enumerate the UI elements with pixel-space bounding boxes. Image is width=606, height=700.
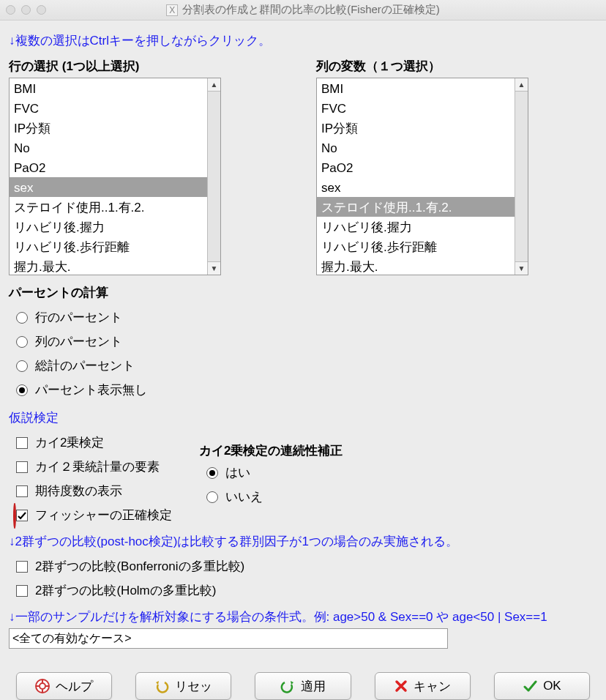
col-variable-list[interactable]: BMIFVCIP分類NoPaO2sexステロイド使用..1.有.2.リハビリ後.… [317,78,515,275]
radio-icon [16,312,28,324]
percent-heading: パーセントの計算 [9,284,597,301]
check-holm[interactable]: 2群ずつの比較(Holmの多重比較) [9,578,597,603]
check-chi2-stat[interactable]: カイ２乗統計量の要素 [9,455,199,479]
traffic-lights [6,5,57,15]
check-chi2-stat-label: カイ２乗統計量の要素 [35,458,160,475]
percent-option[interactable]: 行のパーセント [9,305,597,329]
list-item[interactable]: FVC [10,98,207,118]
list-item[interactable]: ステロイド使用..1.有.2. [10,197,207,217]
list-item[interactable]: IP分類 [317,118,515,138]
col-list-scrollbar[interactable]: ▲ ▼ [515,78,528,275]
list-item[interactable]: リハビリ後.歩行距離 [10,237,207,256]
check-bonferroni-label: 2群ずつの比較(Bonferroniの多重比較) [35,558,244,575]
percent-radiogroup: 行のパーセント列のパーセント総計のパーセントパーセント表示無し [9,305,597,402]
check-expected-label: 期待度数の表示 [35,483,122,499]
checkbox-icon [16,485,28,497]
cancel-button[interactable]: キャン [375,672,471,700]
x-icon [394,679,408,693]
radio-icon [206,467,218,479]
list-item[interactable]: リハビリ後.握力 [317,217,515,237]
radio-icon [16,360,28,372]
window-title: 分割表の作成と群間の比率の比較(Fisherの正確検定) [182,3,440,17]
check-chi2-label: カイ2乗検定 [35,434,104,451]
radio-icon [16,336,28,348]
check-bonferroni[interactable]: 2群ずつの比較(Bonferroniの多重比較) [9,554,597,578]
reset-button-label: リセッ [175,678,212,695]
continuity-no-label: いいえ [225,488,263,505]
apply-button[interactable]: 適用 [255,672,351,700]
percent-option[interactable]: 列のパーセント [9,329,597,354]
percent-option[interactable]: 総計のパーセント [9,354,597,378]
percent-option-label: パーセント表示無し [35,381,147,398]
check-fisher[interactable]: フィッシャーの正確検定 [9,503,199,527]
ok-button-label: OK [543,679,561,693]
radio-icon [16,384,28,396]
scroll-up-icon[interactable]: ▲ [208,78,220,92]
row-list-scrollbar[interactable]: ▲ ▼ [207,78,220,275]
hint-posthoc: ↓2群ずつの比較(post-hoc検定)は比較する群別因子が1つの場合のみ実施さ… [9,533,597,550]
check-fisher-label: フィッシャーの正確検定 [35,507,172,524]
hypothesis-heading: 仮説検定 [9,409,597,426]
scroll-down-icon[interactable]: ▼ [208,261,220,275]
reset-button[interactable]: リセッ [135,672,231,700]
continuity-yes[interactable]: はい [199,461,343,485]
continuity-yes-label: はい [225,464,250,481]
zoom-light[interactable] [37,5,46,15]
percent-option-label: 列のパーセント [35,333,122,350]
help-button[interactable]: ヘルプ [16,672,112,700]
list-item[interactable]: FVC [317,98,515,118]
percent-option-label: 行のパーセント [35,309,122,326]
percent-option[interactable]: パーセント表示無し [9,378,597,402]
hint-multiselect: ↓複数の選択はCtrlキーを押しながらクリック。 [9,32,597,49]
hint-subset: ↓一部のサンプルだけを解析対象にする場合の条件式。例: age>50 & Sex… [9,608,597,625]
check-chi2[interactable]: カイ2乗検定 [9,431,199,455]
cancel-button-label: キャン [414,678,451,695]
scroll-down-icon[interactable]: ▼ [515,261,528,275]
col-variable-label: 列の変数（１つ選択） [316,58,528,75]
continuity-no[interactable]: いいえ [199,485,343,509]
list-item[interactable]: No [317,138,515,157]
checkbox-icon [16,437,28,449]
list-item[interactable]: BMI [10,78,207,98]
list-item[interactable]: ステロイド使用..1.有.2. [317,197,515,217]
undo-icon [154,679,169,693]
help-button-label: ヘルプ [56,678,93,695]
checkbox-icon [16,461,28,473]
percent-option-label: 総計のパーセント [35,357,135,374]
button-row: ヘルプ リセッ 適用 キャン OK [9,663,597,700]
hypothesis-checkgroup: カイ2乗検定 カイ２乗統計量の要素 期待度数の表示 フィッシャーの正確検定 [9,431,199,527]
continuity-heading: カイ2乗検定の連続性補正 [199,442,343,459]
checkbox-icon [16,510,28,521]
list-item[interactable]: BMI [317,78,515,98]
checkbox-icon [16,561,28,573]
check-icon [523,679,537,693]
list-item[interactable]: 握力.最大. [317,256,515,275]
row-variable-block: 行の選択 (1つ以上選択) BMIFVCIP分類NoPaO2sexステロイド使用… [9,58,221,275]
list-item[interactable]: sex [10,177,207,197]
check-holm-label: 2群ずつの比較(Holmの多重比較) [35,582,216,599]
app-x-icon: X [166,4,178,16]
list-item[interactable]: リハビリ後.歩行距離 [317,237,515,256]
svg-point-1 [40,683,45,689]
ok-button[interactable]: OK [494,672,590,700]
pairwise-checkgroup: 2群ずつの比較(Bonferroniの多重比較) 2群ずつの比較(Holmの多重… [9,554,597,603]
minimize-light[interactable] [21,5,31,15]
close-light[interactable] [6,5,15,15]
row-variable-label: 行の選択 (1つ以上選択) [9,58,221,75]
check-expected[interactable]: 期待度数の表示 [9,479,199,503]
list-item[interactable]: リハビリ後.握力 [10,217,207,237]
scroll-up-icon[interactable]: ▲ [515,78,528,92]
radio-icon [206,491,218,503]
checkbox-icon [16,585,28,597]
subset-input[interactable] [9,628,448,649]
list-item[interactable]: IP分類 [10,118,207,138]
row-variable-list[interactable]: BMIFVCIP分類NoPaO2sexステロイド使用..1.有.2.リハビリ後.… [10,78,207,275]
list-item[interactable]: PaO2 [317,157,515,177]
apply-button-label: 適用 [301,678,326,695]
col-variable-block: 列の変数（１つ選択） BMIFVCIP分類NoPaO2sexステロイド使用..1… [316,58,528,275]
lifebuoy-icon [35,679,50,693]
list-item[interactable]: No [10,138,207,157]
list-item[interactable]: PaO2 [10,157,207,177]
list-item[interactable]: 握力.最大. [10,256,207,275]
list-item[interactable]: sex [317,177,515,197]
